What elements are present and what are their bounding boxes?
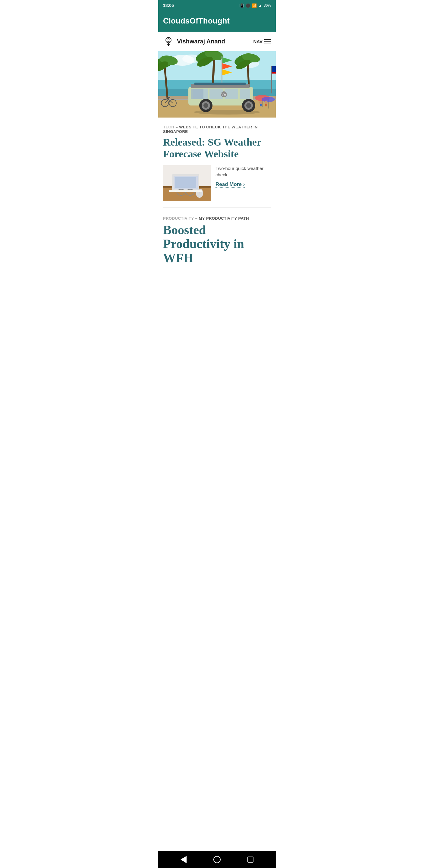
home-icon [213, 856, 221, 863]
svg-rect-36 [191, 89, 204, 99]
site-name: Vishwaraj Anand [177, 38, 225, 45]
vibrate-icon: 📳 [239, 3, 244, 8]
status-bar: 18:05 📳 ⚫ 📶 ▲ 36% [158, 0, 276, 11]
logo-icon [163, 36, 174, 47]
app-title: CloudsOfThought [163, 16, 230, 25]
article-2-category: PRODUCTIVITY – MY PRODUCTIVITY PATH [163, 216, 271, 221]
category-name-1: TECH [163, 125, 174, 129]
app-header: CloudsOfThought [158, 11, 276, 32]
home-button[interactable] [213, 856, 221, 863]
hamburger-icon [264, 39, 271, 43]
excerpt-text-1: Two-hour quick weather check [216, 165, 271, 178]
svg-rect-68 [175, 177, 196, 188]
site-logo: Vishwaraj Anand [163, 36, 225, 47]
svg-point-56 [259, 101, 262, 104]
hero-image: VW [158, 51, 276, 118]
article-2-subtitle: MY PRODUCTIVITY PATH [199, 216, 249, 221]
svg-point-44 [246, 103, 251, 108]
svg-rect-59 [265, 104, 267, 106]
nav-button[interactable]: NAV [253, 39, 271, 44]
separator-2: – [195, 216, 199, 221]
article-2: PRODUCTIVITY – MY PRODUCTIVITY PATH Boos… [163, 208, 271, 276]
separator-1: – [176, 125, 179, 129]
article-1-category: TECH – WEBSITE TO CHECK THE WEATHER IN S… [163, 125, 271, 134]
article-1-excerpt: Two-hour quick weather check Read More › [216, 165, 271, 187]
recents-button[interactable] [247, 857, 253, 863]
signal-icon: ▲ [258, 3, 262, 8]
article-1-thumbnail [163, 165, 211, 201]
site-header: Vishwaraj Anand NAV [158, 32, 276, 51]
back-button[interactable] [181, 856, 187, 863]
svg-rect-77 [169, 190, 202, 192]
back-icon [181, 856, 187, 863]
hero-scene: VW [158, 51, 276, 118]
nav-label: NAV [253, 39, 262, 44]
bottom-navigation [158, 851, 276, 868]
article-1: TECH – WEBSITE TO CHECK THE WEATHER IN S… [163, 118, 271, 208]
svg-rect-57 [260, 104, 261, 106]
article-1-title: Released: SG Weather Forecase Website [163, 136, 271, 160]
content-area: TECH – WEBSITE TO CHECK THE WEATHER IN S… [158, 118, 276, 276]
svg-point-41 [204, 103, 208, 108]
status-time: 18:05 [163, 3, 174, 8]
svg-point-58 [265, 101, 268, 104]
dnd-icon: ⚫ [246, 3, 250, 8]
battery-indicator: 36% [264, 3, 271, 7]
wifi-icon: 📶 [252, 3, 257, 8]
read-more-link-1[interactable]: Read More › [216, 181, 245, 188]
svg-rect-60 [271, 66, 272, 93]
svg-rect-61 [272, 66, 276, 72]
article-1-body: Two-hour quick weather check Read More › [163, 165, 271, 201]
svg-point-45 [194, 110, 260, 115]
svg-point-55 [261, 97, 275, 102]
svg-rect-31 [194, 83, 246, 85]
category-name-2: PRODUCTIVITY [163, 216, 194, 221]
svg-point-0 [166, 37, 171, 43]
recents-icon [247, 857, 253, 863]
svg-rect-35 [240, 89, 250, 99]
svg-text:VW: VW [221, 93, 226, 96]
svg-point-3 [167, 38, 170, 41]
status-icons: 📳 ⚫ 📶 ▲ 36% [239, 3, 271, 8]
svg-rect-62 [272, 72, 276, 73]
article-2-title: Boosted Productivity in WFH [163, 223, 271, 265]
